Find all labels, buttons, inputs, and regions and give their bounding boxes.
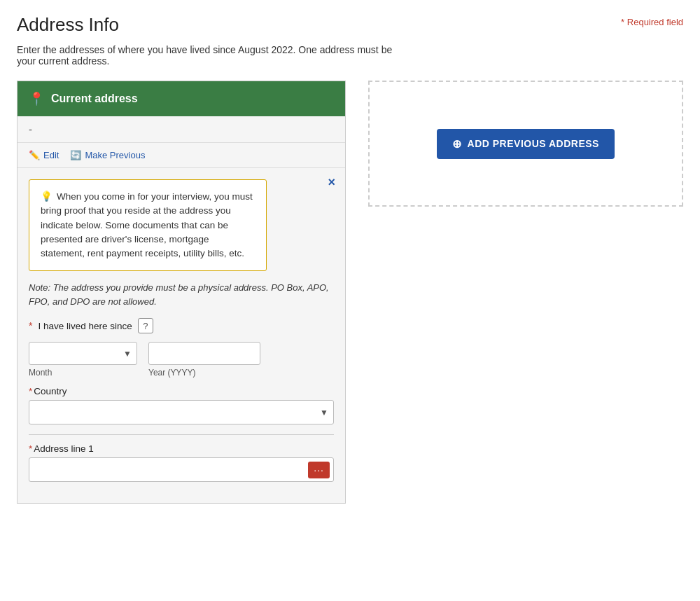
address-line1-input[interactable] [29,457,334,482]
current-address-title: Current address [51,92,138,105]
left-panel: 📍 Current address - ✏️ Edit 🔄 Make Previ… [17,81,346,504]
country-required-star: * [29,386,32,396]
tooltip-panel: × 💡When you come in for your interview, … [18,168,345,503]
add-previous-address-button[interactable]: ⊕ ADD PREVIOUS ADDRESS [437,129,615,159]
month-label: Month [29,368,137,378]
month-select[interactable]: January February March April May June Ju… [29,342,137,365]
year-label: Year (YYYY) [148,368,260,378]
address-line1-required-star: * [29,443,32,454]
address-line1-label: *Address line 1 [29,443,334,454]
country-wrap: United States ▼ [29,400,334,424]
page-description: Enter the addresses of where you have li… [17,44,409,67]
page-title: Address Info [17,14,119,36]
note-text: Note: The address you provide must be a … [29,281,334,308]
main-layout: 📍 Current address - ✏️ Edit 🔄 Make Previ… [17,81,683,504]
tooltip-box: 💡When you come in for your interview, yo… [29,179,267,271]
right-panel: ⊕ ADD PREVIOUS ADDRESS [368,81,683,207]
make-previous-link[interactable]: 🔄 Make Previous [70,150,145,160]
country-select[interactable]: United States [29,400,334,424]
current-address-card: 📍 Current address - ✏️ Edit 🔄 Make Previ… [17,81,346,504]
edit-icon: ✏️ [29,150,40,160]
divider [29,434,334,435]
page-header: Address Info * Required field [17,14,683,36]
lived-since-required-star: * [29,320,32,331]
address-dash: - [18,116,345,143]
lived-since-label: I have lived here since [38,321,132,331]
add-previous-address-label: ADD PREVIOUS ADDRESS [468,138,599,149]
country-field-row: *Country United States ▼ [29,386,334,424]
year-input[interactable] [148,342,260,365]
address-search-button[interactable]: ··· [308,462,330,478]
bulb-icon: 💡 [41,191,52,202]
current-address-header: 📍 Current address [18,81,345,116]
required-field-label: * Required field [621,17,683,27]
make-previous-icon: 🔄 [70,150,81,160]
plus-circle-icon: ⊕ [452,137,462,151]
tooltip-text: When you come in for your interview, you… [41,191,253,258]
month-year-row: January February March April May June Ju… [29,342,334,365]
lived-since-help-button[interactable]: ? [138,318,153,333]
address-actions: ✏️ Edit 🔄 Make Previous [18,143,345,168]
month-year-labels: Month Year (YYYY) [29,368,334,378]
address-line1-field-row: *Address line 1 ··· [29,443,334,482]
month-select-wrap: January February March April May June Ju… [29,342,137,365]
country-label: *Country [29,386,334,396]
location-icon: 📍 [29,91,44,106]
address-search-icon: ··· [314,464,324,476]
lived-since-row: * I have lived here since ? [29,318,334,333]
address-line1-wrap: ··· [29,457,334,482]
close-icon[interactable]: × [328,175,335,190]
edit-link[interactable]: ✏️ Edit [29,150,59,160]
